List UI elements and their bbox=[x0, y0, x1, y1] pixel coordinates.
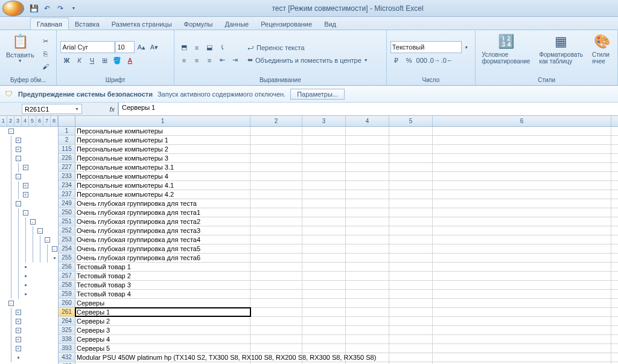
row-header[interactable]: 261 bbox=[59, 308, 75, 316]
cell[interactable]: Очень глубокая группировка для теста5 bbox=[75, 244, 250, 253]
row-header[interactable]: 234 bbox=[59, 181, 75, 190]
cell[interactable] bbox=[389, 254, 433, 262]
decrease-font-icon[interactable]: A▾ bbox=[148, 41, 160, 53]
underline-button[interactable]: Ч bbox=[86, 54, 98, 66]
cell[interactable]: Серверы 5 bbox=[75, 344, 250, 353]
select-all-corner[interactable] bbox=[59, 116, 75, 126]
row-header[interactable]: 432 bbox=[59, 353, 75, 362]
cell[interactable] bbox=[433, 308, 611, 316]
cell[interactable] bbox=[389, 136, 433, 144]
outline-level-1[interactable]: 1 bbox=[0, 116, 7, 126]
office-button[interactable] bbox=[2, 1, 24, 16]
row-header[interactable]: 393 bbox=[59, 344, 75, 353]
cell[interactable] bbox=[302, 172, 346, 180]
fill-color-icon[interactable]: 🪣 bbox=[111, 54, 123, 66]
cell[interactable] bbox=[250, 217, 302, 226]
column-header[interactable]: 6 bbox=[433, 116, 611, 126]
cell[interactable] bbox=[389, 208, 433, 217]
cell[interactable] bbox=[433, 235, 611, 244]
collapse-icon[interactable]: - bbox=[45, 237, 50, 243]
expand-icon[interactable]: + bbox=[16, 337, 21, 342]
cell[interactable] bbox=[250, 235, 302, 244]
cell[interactable] bbox=[433, 254, 611, 262]
cell[interactable] bbox=[302, 208, 346, 217]
cell[interactable]: Персональные компьютеры 3.1 bbox=[75, 163, 250, 171]
cell[interactable] bbox=[346, 235, 389, 244]
cell[interactable] bbox=[250, 308, 302, 316]
tab-data[interactable]: Данные bbox=[218, 18, 255, 30]
tab-view[interactable]: Вид bbox=[318, 18, 342, 30]
cell[interactable] bbox=[346, 353, 389, 362]
cell[interactable] bbox=[250, 181, 302, 190]
cell[interactable] bbox=[433, 208, 611, 217]
cell[interactable] bbox=[389, 344, 433, 353]
cell[interactable] bbox=[302, 235, 346, 244]
cell[interactable] bbox=[389, 145, 433, 153]
cell[interactable] bbox=[250, 281, 302, 289]
cell[interactable] bbox=[346, 281, 389, 289]
cell[interactable]: Серверы 3 bbox=[75, 326, 250, 334]
outline-level-3[interactable]: 3 bbox=[14, 116, 22, 126]
cell[interactable] bbox=[346, 163, 389, 171]
collapse-icon[interactable]: - bbox=[30, 219, 36, 225]
cell[interactable] bbox=[346, 263, 389, 271]
row-header[interactable]: 338 bbox=[59, 335, 75, 343]
row-header[interactable]: 2 bbox=[59, 136, 75, 144]
row-header[interactable]: 227 bbox=[59, 163, 75, 171]
cell[interactable] bbox=[433, 154, 611, 162]
border-icon[interactable]: ⊞ bbox=[98, 54, 110, 66]
tab-layout[interactable]: Разметка страницы bbox=[106, 18, 178, 30]
cell[interactable] bbox=[302, 272, 346, 280]
cell[interactable] bbox=[389, 190, 433, 199]
outline-level-6[interactable]: 6 bbox=[36, 116, 43, 126]
cell[interactable] bbox=[433, 145, 611, 153]
cell[interactable]: Персональные компьютеры 1 bbox=[75, 136, 250, 144]
cell[interactable]: Очень глубокая группировка для теста bbox=[75, 199, 250, 208]
cell[interactable] bbox=[346, 190, 389, 199]
cell[interactable] bbox=[389, 163, 433, 171]
cell[interactable] bbox=[302, 353, 346, 362]
row-header[interactable]: 257 bbox=[59, 272, 75, 280]
cell[interactable] bbox=[250, 190, 302, 199]
row-header[interactable]: 255 bbox=[59, 254, 75, 262]
cut-icon[interactable]: ✂ bbox=[40, 35, 52, 47]
cell[interactable] bbox=[433, 326, 611, 334]
italic-button[interactable]: К bbox=[73, 54, 85, 66]
font-size-select[interactable] bbox=[115, 41, 135, 53]
cell[interactable] bbox=[302, 263, 346, 271]
cell[interactable] bbox=[302, 290, 346, 298]
cell[interactable] bbox=[250, 299, 302, 307]
cell[interactable] bbox=[302, 181, 346, 190]
cell[interactable] bbox=[389, 299, 433, 307]
cell[interactable] bbox=[433, 272, 611, 280]
cell[interactable]: Тестовый товар 4 bbox=[75, 290, 250, 298]
cell[interactable] bbox=[346, 217, 389, 226]
cell[interactable] bbox=[433, 127, 611, 135]
cell[interactable] bbox=[302, 226, 346, 235]
cell[interactable] bbox=[346, 244, 389, 253]
cell[interactable] bbox=[433, 290, 611, 298]
row-header[interactable]: 251 bbox=[59, 217, 75, 226]
format-painter-icon[interactable]: 🖌 bbox=[40, 60, 52, 72]
undo-icon[interactable]: ↶ bbox=[41, 2, 53, 14]
align-bottom-icon[interactable]: ⬓ bbox=[203, 42, 215, 54]
cell[interactable] bbox=[250, 272, 302, 280]
cell[interactable] bbox=[250, 199, 302, 208]
cell[interactable] bbox=[346, 127, 389, 135]
row-header[interactable]: 1 bbox=[59, 127, 75, 135]
cell[interactable] bbox=[250, 244, 302, 253]
cell[interactable] bbox=[302, 335, 346, 343]
cell[interactable] bbox=[250, 317, 302, 325]
cell[interactable] bbox=[302, 308, 346, 316]
collapse-icon[interactable]: - bbox=[8, 301, 14, 306]
cell[interactable] bbox=[302, 254, 346, 262]
tab-formulas[interactable]: Формулы bbox=[178, 18, 219, 30]
cell[interactable] bbox=[433, 226, 611, 235]
cell[interactable] bbox=[250, 208, 302, 217]
cell[interactable] bbox=[346, 136, 389, 144]
qat-dropdown-icon[interactable]: ▼ bbox=[68, 2, 80, 14]
cell[interactable] bbox=[389, 181, 433, 190]
cell[interactable] bbox=[389, 326, 433, 334]
orientation-icon[interactable]: ⤹ bbox=[216, 42, 228, 54]
cell[interactable] bbox=[346, 254, 389, 262]
